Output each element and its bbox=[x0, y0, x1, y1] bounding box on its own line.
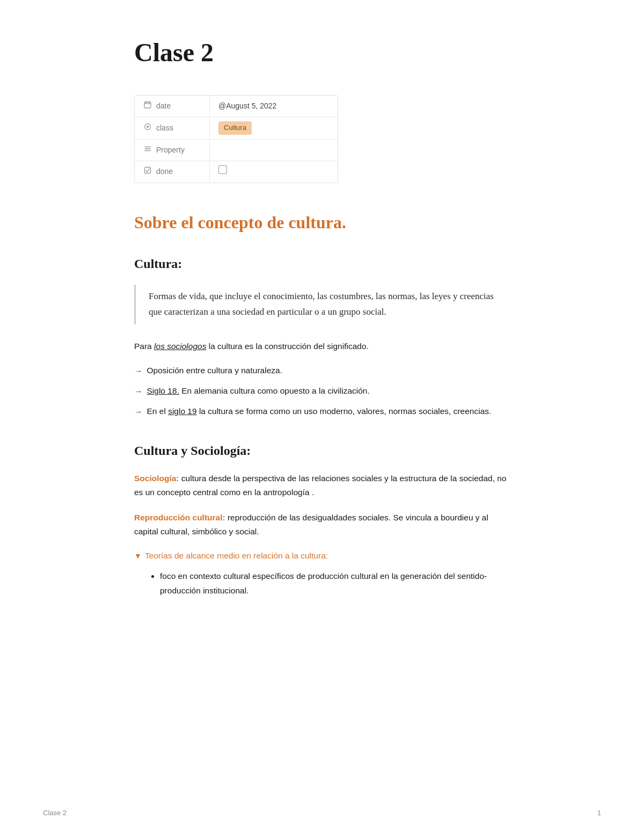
siglo19-underline: siglo 19 bbox=[168, 407, 196, 416]
footer-right: 1 bbox=[597, 808, 601, 819]
arrow-2: → bbox=[134, 385, 143, 398]
toggle-teorias[interactable]: ▼ Teorías de alcance medio en relación a… bbox=[134, 549, 510, 597]
property-row-class[interactable]: class Cultura bbox=[135, 117, 338, 140]
arrow-list: → Oposición entre cultura y naturaleza. … bbox=[134, 364, 510, 418]
subsection1-title: Cultura: bbox=[134, 253, 510, 274]
property-key-property: Property bbox=[135, 140, 210, 160]
section2-title-text: Cultura y Sociología: bbox=[134, 444, 251, 458]
property-value-class: Cultura bbox=[210, 117, 338, 139]
property-label-property: Property bbox=[156, 144, 185, 156]
property-row-property[interactable]: Property bbox=[135, 140, 338, 161]
footer: Clase 2 1 bbox=[0, 808, 644, 819]
section2: Cultura y Sociología: Sociología: cultur… bbox=[134, 440, 510, 598]
properties-table: date @August 5, 2022 class Cultura bbox=[134, 95, 338, 183]
list-icon bbox=[143, 144, 152, 156]
calendar-icon bbox=[143, 100, 152, 112]
arrow-item-2: → Siglo 18. En alemania cultura como opu… bbox=[134, 385, 510, 398]
reproduccion-term: Reproducción cultural: bbox=[134, 513, 225, 522]
bullet-text-1: foco en contexto cultural específicos de… bbox=[160, 571, 487, 594]
sociologia-paragraph: Sociología: cultura desde la perspectiva… bbox=[134, 472, 510, 500]
property-value-date: @August 5, 2022 bbox=[210, 96, 338, 116]
paragraph-sociologos: Para los sociologos la cultura es la con… bbox=[134, 339, 510, 353]
property-value-property bbox=[210, 146, 338, 154]
property-row-done[interactable]: done bbox=[135, 161, 338, 183]
section1-title: Sobre el concepto de cultura. bbox=[134, 209, 510, 236]
property-key-done: done bbox=[135, 161, 210, 182]
reproduccion-paragraph: Reproducción cultural: reproducción de l… bbox=[134, 511, 510, 539]
arrow-3: → bbox=[134, 405, 143, 419]
done-checkbox[interactable] bbox=[218, 165, 227, 174]
arrow-text-2: Siglo 18. En alemania cultura como opues… bbox=[147, 385, 370, 398]
section2-title: Cultura y Sociología: bbox=[134, 440, 510, 461]
page: Clase 2 date @August 5, 2022 bbox=[91, 0, 553, 834]
page-title: Clase 2 bbox=[134, 32, 510, 74]
checkbox-done-icon bbox=[143, 165, 152, 177]
property-row-date[interactable]: date @August 5, 2022 bbox=[135, 96, 338, 117]
para-suffix: la cultura es la construcción del signif… bbox=[206, 342, 368, 351]
subsection1-title-text: Cultura: bbox=[134, 257, 182, 271]
property-key-class: class bbox=[135, 118, 210, 138]
bullet-item-1: foco en contexto cultural específicos de… bbox=[160, 569, 510, 598]
arrow-item-3: → En el siglo 19 la cultura se forma com… bbox=[134, 405, 510, 419]
svg-rect-0 bbox=[144, 102, 151, 108]
property-label-date: date bbox=[156, 100, 171, 112]
arrow-text-3: En el siglo 19 la cultura se forma como … bbox=[147, 405, 492, 418]
sociologia-term: Sociología: bbox=[134, 474, 179, 483]
property-value-done bbox=[210, 161, 338, 182]
property-key-date: date bbox=[135, 96, 210, 116]
toggle-header[interactable]: ▼ Teorías de alcance medio en relación a… bbox=[134, 549, 510, 563]
property-label-class: class bbox=[156, 122, 173, 134]
tag-icon bbox=[143, 122, 152, 134]
svg-point-5 bbox=[147, 126, 149, 128]
toggle-label: Teorías de alcance medio en relación a l… bbox=[145, 549, 328, 563]
footer-left: Clase 2 bbox=[43, 808, 67, 819]
sociologos-link: los sociologos bbox=[154, 342, 206, 351]
blockquote: Formas de vida, que incluye el conocimie… bbox=[134, 285, 510, 324]
toggle-arrow-icon: ▼ bbox=[134, 550, 142, 562]
arrow-text-1: Oposición entre cultura y naturaleza. bbox=[147, 364, 282, 378]
sociologia-text: cultura desde la perspectiva de las rela… bbox=[134, 474, 507, 497]
siglo18-underline: Siglo 18. bbox=[147, 386, 179, 395]
para-prefix: Para bbox=[134, 342, 154, 351]
arrow-item-1: → Oposición entre cultura y naturaleza. bbox=[134, 364, 510, 378]
property-label-done: done bbox=[156, 165, 173, 177]
bullet-list: foco en contexto cultural específicos de… bbox=[160, 569, 510, 598]
arrow-1: → bbox=[134, 365, 143, 378]
blockquote-text: Formas de vida, que incluye el conocimie… bbox=[149, 291, 494, 317]
class-tag-cultura[interactable]: Cultura bbox=[218, 121, 252, 135]
